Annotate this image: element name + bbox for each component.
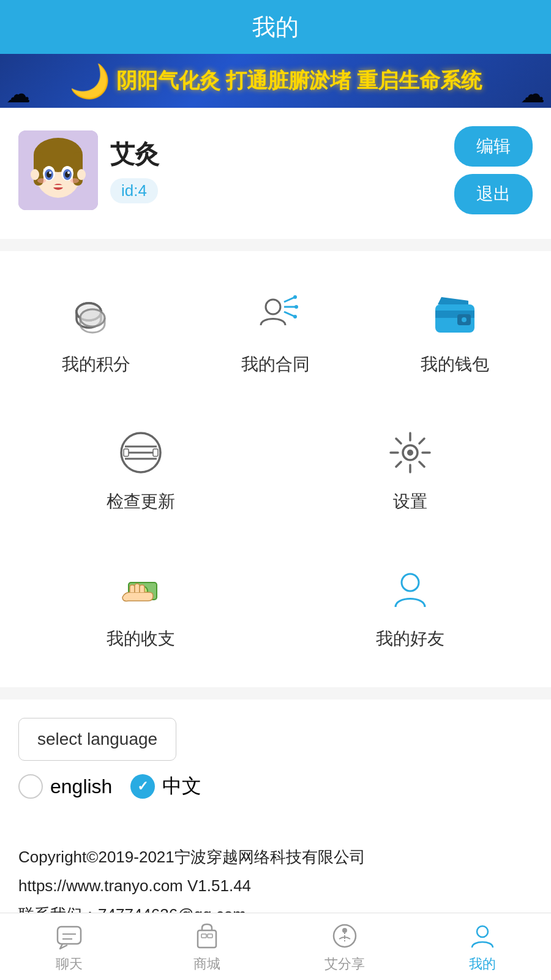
svg-point-30	[293, 315, 297, 318]
logout-button[interactable]: 退出	[454, 174, 533, 214]
header-title: 我的	[252, 12, 299, 43]
svg-line-47	[396, 439, 401, 443]
edit-button[interactable]: 编辑	[454, 126, 533, 167]
settings-label: 设置	[393, 490, 427, 513]
shop-nav-icon	[192, 921, 222, 951]
svg-point-64	[477, 926, 488, 937]
menu-item-wallet[interactable]: 我的钱包	[372, 276, 539, 388]
svg-point-54	[402, 574, 419, 591]
svg-rect-55	[58, 927, 81, 944]
svg-point-11	[49, 172, 51, 174]
wallet-icon	[427, 288, 482, 343]
mine-nav-icon	[467, 921, 498, 951]
share-nav-icon	[329, 921, 360, 951]
svg-line-48	[419, 462, 424, 467]
header: 我的	[0, 0, 551, 54]
wallet-label: 我的钱包	[421, 353, 489, 376]
svg-rect-60	[208, 934, 212, 938]
menu-item-contract[interactable]: 我的合同	[192, 276, 359, 388]
profile-name: 艾灸	[110, 137, 442, 171]
friends-label: 我的好友	[376, 627, 444, 650]
svg-point-18	[77, 169, 86, 180]
profile-section: 艾灸 id:4 编辑 退出	[0, 108, 551, 239]
menu-row-1: 我的积分 我的合同	[12, 276, 539, 388]
menu-item-finance[interactable]: $ 我的收支	[12, 550, 269, 663]
contract-icon	[248, 288, 303, 343]
avatar	[18, 130, 98, 210]
nav-item-shop[interactable]: 商城	[138, 913, 276, 980]
menu-item-points[interactable]: 我的积分	[12, 276, 179, 388]
svg-point-42	[407, 450, 413, 456]
svg-line-50	[396, 462, 401, 467]
finance-label: 我的收支	[107, 627, 175, 650]
profile-buttons: 编辑 退出	[454, 126, 533, 214]
chat-nav-label: 聊天	[56, 955, 83, 973]
settings-icon	[383, 425, 438, 480]
bottom-nav: 聊天 商城 艾分享	[0, 913, 551, 980]
svg-point-28	[293, 295, 297, 299]
svg-point-29	[294, 305, 298, 309]
language-section: select language english 中文	[0, 699, 551, 837]
nav-item-mine[interactable]: 我的	[413, 913, 551, 980]
banner-text: 阴阳气化灸 打通脏腑淤堵 重启生命系统	[116, 67, 482, 95]
svg-rect-40	[153, 449, 158, 456]
copyright-text: Copyright©2019-2021宁波穿越网络科技有限公司	[18, 843, 533, 872]
english-radio[interactable]	[18, 774, 43, 799]
english-label: english	[50, 775, 112, 798]
svg-point-62	[342, 928, 347, 933]
svg-point-23	[80, 309, 105, 326]
points-icon	[69, 288, 124, 343]
menu-item-friends[interactable]: 我的好友	[282, 550, 539, 663]
share-nav-label: 艾分享	[324, 955, 365, 973]
menu-section: 我的积分 我的合同	[0, 251, 551, 687]
menu-item-settings[interactable]: 设置	[282, 413, 539, 526]
menu-row-2: 检查更新	[12, 413, 539, 526]
shop-nav-label: 商城	[193, 955, 220, 973]
chinese-option[interactable]: 中文	[130, 773, 201, 800]
language-options: english 中文	[18, 773, 533, 800]
svg-point-15	[37, 178, 46, 183]
chat-nav-icon	[54, 921, 84, 951]
svg-point-12	[67, 172, 70, 174]
points-label: 我的积分	[62, 353, 130, 376]
finance-icon: $	[113, 562, 168, 617]
svg-rect-58	[198, 930, 216, 948]
profile-info: 艾灸 id:4	[110, 137, 442, 203]
avatar-image	[18, 130, 98, 210]
svg-point-24	[266, 300, 280, 314]
svg-rect-59	[201, 934, 206, 938]
chinese-radio[interactable]	[130, 774, 155, 799]
update-icon	[113, 425, 168, 480]
contract-label: 我的合同	[241, 353, 310, 376]
update-label: 检查更新	[107, 490, 175, 513]
svg-rect-14	[53, 185, 63, 187]
cloud-left-icon: ☁	[6, 80, 31, 108]
svg-rect-39	[124, 449, 129, 456]
svg-point-17	[31, 169, 39, 180]
website-text: https://www.tranyo.com V1.51.44	[18, 872, 533, 900]
profile-id-badge: id:4	[110, 178, 158, 203]
chinese-label: 中文	[162, 773, 201, 800]
banner: 🌙 阴阳气化灸 打通脏腑淤堵 重启生命系统 ☁ ☁	[0, 54, 551, 108]
nav-item-chat[interactable]: 聊天	[0, 913, 138, 980]
menu-item-update[interactable]: 检查更新	[12, 413, 269, 526]
english-option[interactable]: english	[18, 774, 112, 799]
nav-item-share[interactable]: 艾分享	[276, 913, 413, 980]
moon-icon: 🌙	[69, 62, 110, 100]
select-language-button[interactable]: select language	[18, 718, 176, 761]
svg-line-49	[419, 439, 424, 443]
menu-row-3: $ 我的收支 我的好友	[12, 550, 539, 663]
mine-nav-label: 我的	[469, 955, 496, 973]
svg-point-16	[70, 178, 79, 183]
cloud-right-icon: ☁	[520, 80, 545, 108]
svg-point-34	[462, 317, 467, 322]
friends-icon	[383, 562, 438, 617]
